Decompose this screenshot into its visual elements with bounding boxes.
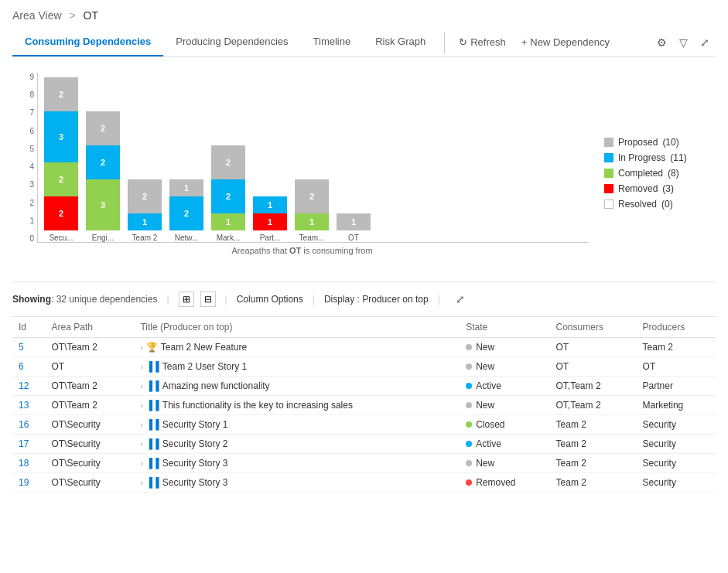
legend-proposed-count: (10) bbox=[662, 137, 678, 148]
expand-chevron[interactable]: › bbox=[140, 401, 142, 410]
table-expand-button[interactable]: ⤢ bbox=[449, 288, 471, 310]
cell-consumers: Team 2 bbox=[550, 415, 637, 435]
cell-area-path: OT\Team 2 bbox=[46, 377, 135, 396]
cell-state: Closed bbox=[460, 415, 549, 435]
tab-riskgraph[interactable]: Risk Graph bbox=[363, 28, 438, 56]
col-state: State bbox=[460, 317, 549, 338]
expand-chevron[interactable]: › bbox=[140, 363, 142, 371]
bar-team-completed: 1 bbox=[295, 213, 329, 230]
cell-consumers: Team 2 bbox=[550, 435, 637, 454]
expand-chevron[interactable]: › bbox=[140, 421, 142, 429]
table-row: 6 OT › ▐▐ Team 2 User Story 1 New OT OT bbox=[12, 357, 716, 377]
column-options-link[interactable]: Column Options bbox=[237, 294, 303, 305]
bar-secu-removed: 2 bbox=[44, 196, 78, 230]
cell-id: 18 bbox=[12, 454, 46, 473]
cell-consumers: OT bbox=[550, 357, 637, 377]
table-row: 13 OT\Team 2 › ▐▐ This functionality is … bbox=[12, 396, 716, 415]
legend-removed-label: Removed bbox=[618, 183, 658, 194]
bar-engi: 3 2 2 Engi... bbox=[86, 111, 120, 242]
state-text: New bbox=[476, 361, 494, 372]
cell-title: › ▐▐ Security Story 1 bbox=[134, 415, 460, 435]
state-dot bbox=[466, 344, 472, 350]
display-toggle[interactable]: Display : Producer on top bbox=[324, 294, 429, 305]
refresh-button[interactable]: ↻ Refresh bbox=[451, 30, 514, 54]
bar-secu-completed: 2 bbox=[44, 162, 78, 196]
state-dot bbox=[466, 421, 472, 428]
bar-part: 1 1 Part... bbox=[253, 196, 287, 242]
new-dependency-button[interactable]: + New Dependency bbox=[514, 30, 617, 54]
bar-team: 1 2 Team... bbox=[295, 179, 329, 242]
tab-consuming[interactable]: Consuming Dependencies bbox=[12, 28, 163, 56]
expand-chevron[interactable]: › bbox=[140, 479, 142, 487]
story-icon: ▐▐ bbox=[146, 419, 159, 430]
expand-chevron[interactable]: › bbox=[140, 440, 142, 449]
cell-producers: Team 2 bbox=[637, 338, 716, 357]
filter-button[interactable]: ▽ bbox=[673, 32, 694, 53]
tab-producing[interactable]: Producing Dependencies bbox=[163, 28, 300, 56]
chart-legend: Proposed (10) In Progress (11) Completed… bbox=[604, 73, 713, 274]
cell-title: › 🏆 Team 2 New Feature bbox=[134, 338, 460, 357]
id-link-18[interactable]: 18 bbox=[19, 458, 29, 469]
cell-state: New bbox=[460, 454, 549, 473]
title-text: Security Story 1 bbox=[162, 419, 228, 430]
tab-divider bbox=[444, 32, 445, 53]
cell-title: › ▐▐ Security Story 3 bbox=[134, 454, 460, 473]
title-text: Security Story 2 bbox=[162, 438, 228, 449]
bar-secu-proposed: 2 bbox=[44, 77, 78, 111]
id-link-13[interactable]: 13 bbox=[19, 400, 29, 411]
tab-timeline[interactable]: Timeline bbox=[301, 28, 364, 56]
cell-producers: Security bbox=[637, 415, 716, 435]
breadcrumb-parent[interactable]: Area View bbox=[12, 9, 62, 22]
chart-footer: Areapaths that OT is consuming from bbox=[15, 246, 589, 255]
breadcrumb-separator: > bbox=[69, 9, 75, 22]
id-link-5[interactable]: 5 bbox=[19, 342, 24, 353]
tab-bar: Consuming Dependencies Producing Depende… bbox=[12, 28, 716, 57]
trophy-icon: 🏆 bbox=[146, 342, 158, 353]
expand-chevron[interactable]: › bbox=[140, 343, 142, 352]
state-dot bbox=[466, 383, 472, 389]
refresh-icon: ↻ bbox=[459, 36, 467, 48]
expand-rows-button[interactable]: ⊞ bbox=[179, 292, 194, 307]
table-toolbar: Showing: 32 unique dependencies | ⊞ ⊟ | … bbox=[12, 281, 716, 317]
expand-chevron[interactable]: › bbox=[140, 459, 142, 468]
table-row: 18 OT\Security › ▐▐ Security Story 3 New… bbox=[12, 454, 716, 473]
id-link-6[interactable]: 6 bbox=[19, 361, 24, 372]
settings-button[interactable]: ⚙ bbox=[651, 32, 673, 53]
bar-ot-label: OT bbox=[348, 234, 359, 242]
bar-mark-inprogress: 2 bbox=[211, 179, 245, 213]
id-link-12[interactable]: 12 bbox=[19, 380, 29, 391]
legend-inprogress: In Progress (11) bbox=[604, 152, 713, 163]
legend-removed-count: (3) bbox=[662, 183, 674, 194]
id-link-17[interactable]: 17 bbox=[19, 438, 29, 449]
bar-chart-area: 0 1 2 3 4 5 6 7 8 9 2 bbox=[15, 73, 589, 274]
col-id: Id bbox=[12, 317, 46, 338]
legend-removed-color bbox=[604, 184, 614, 193]
state-text: New bbox=[476, 458, 494, 469]
cell-id: 13 bbox=[12, 396, 46, 415]
col-title: Title (Producer on top) bbox=[134, 317, 460, 338]
cell-area-path: OT\Security bbox=[46, 473, 135, 493]
state-dot bbox=[466, 441, 472, 447]
expand-chevron[interactable]: › bbox=[140, 382, 142, 391]
legend-inprogress-label: In Progress bbox=[618, 152, 665, 163]
id-link-16[interactable]: 16 bbox=[19, 419, 29, 430]
legend-resolved-count: (0) bbox=[661, 199, 673, 210]
legend-completed: Completed (8) bbox=[604, 168, 713, 179]
bar-engi-completed: 3 bbox=[86, 179, 120, 230]
bar-engi-inprogress: 2 bbox=[86, 145, 120, 179]
bar-ot-proposed: 1 bbox=[337, 213, 371, 230]
story-icon: ▐▐ bbox=[146, 458, 159, 469]
state-dot bbox=[466, 479, 472, 486]
state-dot bbox=[466, 460, 472, 466]
legend-proposed-label: Proposed bbox=[618, 137, 658, 148]
table-row: 16 OT\Security › ▐▐ Security Story 1 Clo… bbox=[12, 415, 716, 435]
collapse-rows-button[interactable]: ⊟ bbox=[200, 292, 216, 307]
id-link-19[interactable]: 19 bbox=[19, 477, 29, 488]
cell-area-path: OT\Team 2 bbox=[46, 338, 135, 357]
legend-completed-count: (8) bbox=[668, 168, 679, 179]
cell-id: 19 bbox=[12, 473, 46, 493]
bar-part-label: Part... bbox=[260, 234, 281, 242]
legend-proposed-color bbox=[604, 138, 614, 147]
expand-button[interactable]: ⤢ bbox=[694, 32, 716, 53]
bar-secu-label: Secu... bbox=[49, 234, 73, 242]
